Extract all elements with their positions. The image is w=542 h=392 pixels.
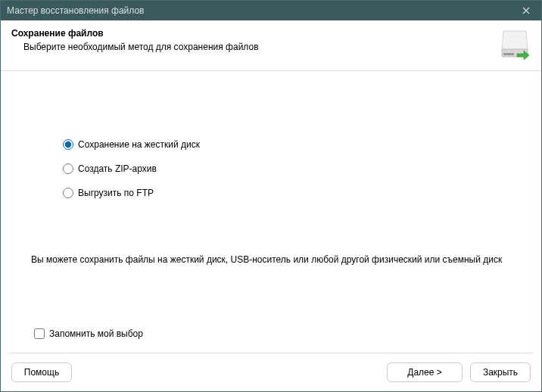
page-title: Сохранение файлов	[11, 28, 491, 39]
close-wizard-button[interactable]: Закрыть	[470, 362, 531, 382]
wizard-content: Сохранение на жесткий диск Создать ZIP-а…	[1, 71, 541, 353]
method-description: Вы можете сохранить файлы на жесткий дис…	[31, 254, 511, 265]
save-method-radio-group: Сохранение на жесткий диск Создать ZIP-а…	[31, 139, 511, 212]
radio-save-hdd-label: Сохранение на жесткий диск	[78, 139, 200, 150]
next-button[interactable]: Далее >	[387, 362, 463, 382]
close-button[interactable]	[514, 3, 538, 18]
close-icon	[522, 7, 530, 14]
radio-save-hdd-input[interactable]	[63, 139, 73, 150]
radio-upload-ftp-input[interactable]	[63, 188, 73, 198]
remember-checkbox[interactable]	[34, 328, 45, 339]
window-title: Мастер восстановления файлов	[7, 5, 514, 16]
radio-create-zip-label: Создать ZIP-архив	[78, 163, 157, 174]
radio-upload-ftp-label: Выгрузить по FTP	[78, 188, 154, 198]
page-subtitle: Выберите необходимый метод для сохранени…	[11, 42, 491, 52]
svg-rect-1	[503, 53, 514, 55]
remember-choice-row[interactable]: Запомнить мой выбор	[31, 328, 511, 339]
radio-create-zip-input[interactable]	[63, 163, 73, 174]
radio-create-zip[interactable]: Создать ZIP-архив	[63, 163, 511, 174]
titlebar: Мастер восстановления файлов	[1, 1, 541, 20]
wizard-footer: Помощь Далее > Закрыть	[1, 353, 541, 391]
remember-label: Запомнить мой выбор	[49, 328, 143, 339]
radio-upload-ftp[interactable]: Выгрузить по FTP	[63, 188, 511, 198]
wizard-header: Сохранение файлов Выберите необходимый м…	[1, 20, 541, 71]
header-text-block: Сохранение файлов Выберите необходимый м…	[11, 28, 491, 52]
radio-save-hdd[interactable]: Сохранение на жесткий диск	[63, 139, 511, 150]
drive-save-icon	[499, 28, 531, 60]
help-button[interactable]: Помощь	[11, 362, 72, 382]
